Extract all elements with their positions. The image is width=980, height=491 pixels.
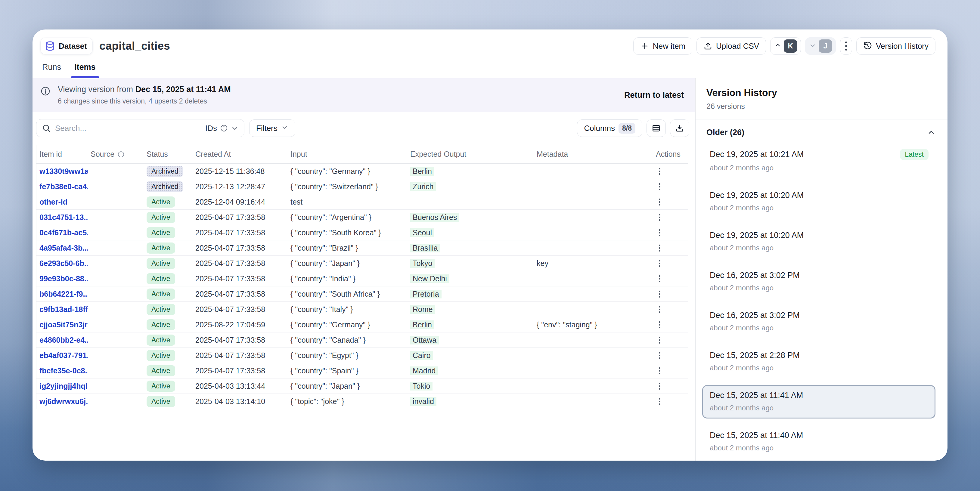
upload-csv-button[interactable]: Upload CSV xyxy=(697,37,766,55)
table-row[interactable]: c9fb13ad-18ff... Active 2025-04-07 17:33… xyxy=(37,302,688,317)
tab-items[interactable]: Items xyxy=(74,61,96,78)
row-actions-button[interactable] xyxy=(656,226,663,239)
item-id-link[interactable]: cjjoa5it75n3jr... xyxy=(40,320,88,329)
col-header-metadata[interactable]: Metadata xyxy=(534,150,653,159)
item-id-link[interactable]: 0c4f671b-ac5... xyxy=(40,228,88,237)
search-input[interactable] xyxy=(55,124,201,133)
item-id-link[interactable]: w1330t9ww1a... xyxy=(40,167,88,175)
row-actions-button[interactable] xyxy=(656,395,663,408)
new-item-button[interactable]: New item xyxy=(633,37,692,55)
item-id-link[interactable]: fe7b38e0-ca4... xyxy=(40,182,88,191)
item-id-link[interactable]: e4860bb2-e4... xyxy=(40,336,88,344)
items-main: Viewing version from Dec 15, 2025 at 11:… xyxy=(32,78,695,461)
filters-label: Filters xyxy=(256,124,277,133)
row-actions-button[interactable] xyxy=(656,334,663,346)
row-actions-button[interactable] xyxy=(656,318,663,331)
table-row[interactable]: w1330t9ww1a... Archived 2025-12-15 11:36… xyxy=(37,164,688,179)
expected-output-cell: Buenos Aires xyxy=(407,213,534,222)
item-id-link[interactable]: 4a95afa4-3b... xyxy=(40,244,88,252)
version-entry[interactable]: Dec 19, 2025 at 10:20 AM about 2 months … xyxy=(702,185,935,218)
version-entry[interactable]: Dec 15, 2025 at 11:40 AM about 2 months … xyxy=(702,425,935,459)
item-id-link[interactable]: ig2yjingjj4hql... xyxy=(40,382,88,390)
search-field-selector[interactable]: IDs xyxy=(205,124,239,133)
col-header-created-at[interactable]: Created At xyxy=(192,150,288,159)
input-cell: { "country": "Brazil" } xyxy=(288,244,407,253)
presence-avatar-j[interactable]: J xyxy=(805,37,836,55)
status-cell: Active xyxy=(143,212,192,223)
expected-output-value: Madrid xyxy=(410,367,438,375)
version-entry[interactable]: Dec 19, 2025 at 10:20 AM about 2 months … xyxy=(702,225,935,259)
row-actions-button[interactable] xyxy=(656,242,663,254)
table-row[interactable]: ig2yjingjj4hql... Active 2025-04-03 13:1… xyxy=(37,378,688,394)
row-actions-button[interactable] xyxy=(656,180,663,193)
version-entry[interactable]: Dec 19, 2025 at 10:21 AM Latest about 2 … xyxy=(702,143,935,178)
item-id-link[interactable]: 6e293c50-6b... xyxy=(40,259,88,267)
version-banner: Viewing version from Dec 15, 2025 at 11:… xyxy=(32,78,695,112)
return-to-latest-link[interactable]: Return to latest xyxy=(624,91,687,100)
actions-cell xyxy=(653,380,688,392)
item-id-link[interactable]: eb4af037-791... xyxy=(40,351,88,359)
col-header-expected-output[interactable]: Expected Output xyxy=(407,150,534,159)
kebab-menu-icon xyxy=(845,41,847,51)
table-row[interactable]: 99e93b0c-88... Active 2025-04-07 17:33:5… xyxy=(37,271,688,286)
input-cell: { "country": "South Africa" } xyxy=(288,290,407,299)
created-at-cell: 2025-04-07 17:33:58 xyxy=(192,336,288,345)
version-entry[interactable]: Dec 15, 2025 at 2:28 PM about 2 months a… xyxy=(702,345,935,378)
item-id-link[interactable]: fbcfe35e-0c8... xyxy=(40,367,88,375)
row-actions-button[interactable] xyxy=(656,364,663,377)
table-row[interactable]: fbcfe35e-0c8... Active 2025-04-07 17:33:… xyxy=(37,363,688,378)
item-id-link[interactable]: b6b64221-f9... xyxy=(40,290,88,298)
table-row[interactable]: wj6dwrwxu6j... Active 2025-04-03 13:14:1… xyxy=(37,394,688,409)
version-history-button[interactable]: Version History xyxy=(856,37,935,55)
table-row[interactable]: other-id Active 2025-12-04 09:16:44 test xyxy=(37,194,688,210)
table-row[interactable]: cjjoa5it75n3jr... Active 2025-08-22 17:0… xyxy=(37,317,688,332)
older-section-toggle[interactable]: Older (26) xyxy=(695,119,948,140)
item-id-link[interactable]: wj6dwrwxu6j... xyxy=(40,397,88,405)
table-row[interactable]: 0c4f671b-ac5... Active 2025-04-07 17:33:… xyxy=(37,225,688,240)
table-row[interactable]: 031c4751-13... Active 2025-04-07 17:33:5… xyxy=(37,210,688,225)
viewing-date: Dec 15, 2025 at 11:41 AM xyxy=(135,85,231,94)
item-id-link[interactable]: other-id xyxy=(40,198,67,206)
row-actions-button[interactable] xyxy=(656,272,663,285)
table-row[interactable]: eb4af037-791... Active 2025-04-07 17:33:… xyxy=(37,348,688,363)
row-actions-button[interactable] xyxy=(656,349,663,362)
row-density-button[interactable] xyxy=(646,119,666,137)
row-actions-button[interactable] xyxy=(656,257,663,270)
item-id-link[interactable]: c9fb13ad-18ff... xyxy=(40,305,88,313)
filters-button[interactable]: Filters xyxy=(249,119,295,137)
row-actions-button[interactable] xyxy=(656,288,663,300)
more-options-button[interactable] xyxy=(840,37,852,55)
row-actions-button[interactable] xyxy=(656,303,663,316)
version-entry[interactable]: Dec 16, 2025 at 3:02 PM about 2 months a… xyxy=(702,265,935,299)
version-relative-time: about 2 months ago xyxy=(710,244,929,252)
row-actions-button[interactable] xyxy=(656,165,663,178)
created-at-cell: 2025-04-07 17:33:58 xyxy=(192,244,288,253)
version-entry[interactable]: Dec 15, 2025 at 11:41 AM about 2 months … xyxy=(702,385,935,418)
status-badge: Active xyxy=(146,396,175,407)
col-header-status[interactable]: Status xyxy=(143,150,192,159)
table-row[interactable]: fe7b38e0-ca4... Archived 2025-12-13 12:2… xyxy=(37,179,688,194)
item-id-link[interactable]: 99e93b0c-88... xyxy=(40,274,88,283)
actions-cell xyxy=(653,303,688,316)
database-icon xyxy=(45,41,55,51)
chevron-down-icon xyxy=(231,124,239,132)
row-actions-button[interactable] xyxy=(656,211,663,224)
row-actions-button[interactable] xyxy=(656,195,663,208)
download-button[interactable] xyxy=(670,119,689,137)
version-entry[interactable]: Dec 16, 2025 at 3:02 PM about 2 months a… xyxy=(702,305,935,338)
row-actions-button[interactable] xyxy=(656,380,663,392)
table-row[interactable]: b6b64221-f9... Active 2025-04-07 17:33:5… xyxy=(37,286,688,302)
table-row[interactable]: 4a95afa4-3b... Active 2025-04-07 17:33:5… xyxy=(37,240,688,256)
version-date: Dec 15, 2025 at 11:40 AM xyxy=(710,431,803,440)
table-row[interactable]: 6e293c50-6b... Active 2025-04-07 17:33:5… xyxy=(37,256,688,271)
item-id-cell: 0c4f671b-ac5... xyxy=(37,228,88,237)
columns-button[interactable]: Columns 8/8 xyxy=(577,119,642,137)
tab-runs[interactable]: Runs xyxy=(42,61,61,78)
presence-avatar-k[interactable]: K xyxy=(770,37,801,55)
search-box[interactable]: IDs xyxy=(36,119,244,137)
col-header-input[interactable]: Input xyxy=(288,150,407,159)
table-row[interactable]: e4860bb2-e4... Active 2025-04-07 17:33:5… xyxy=(37,332,688,348)
item-id-link[interactable]: 031c4751-13... xyxy=(40,213,88,221)
col-header-item-id[interactable]: Item id xyxy=(37,150,88,159)
col-header-source[interactable]: Source xyxy=(88,150,143,159)
